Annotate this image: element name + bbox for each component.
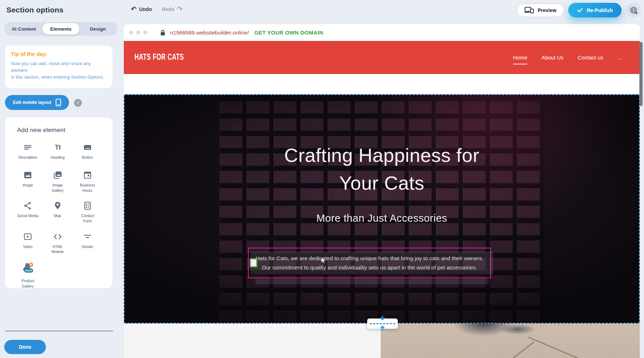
redo-icon: ↷ — [177, 6, 183, 12]
lock-icon — [160, 30, 165, 36]
language-button[interactable] — [626, 2, 641, 18]
tab-elements[interactable]: Elements — [42, 23, 79, 35]
divider-icon — [83, 232, 92, 242]
selected-text-element[interactable]: Hats for Cats, we are dedicated to craft… — [248, 248, 491, 278]
element-product-gallery[interactable]: SHOP Product Gallery — [13, 262, 43, 289]
devices-icon — [524, 7, 534, 14]
drag-handle[interactable] — [250, 258, 257, 267]
tip-title: Tip of the day: — [11, 51, 106, 57]
add-element-title: Add new element — [5, 127, 112, 134]
site-url[interactable]: n1566589.websitebuilder.online/ — [170, 30, 249, 36]
republish-button[interactable]: Re-Publish — [568, 3, 622, 17]
social-media-icon — [23, 201, 32, 211]
edit-mobile-label: Edit mobile layout — [13, 100, 51, 105]
page-title: Section options — [6, 6, 64, 14]
image-icon — [23, 170, 32, 180]
sidebar-divider — [5, 331, 113, 331]
history-controls: ↶ Undo Redo ↷ — [131, 6, 183, 12]
product-gallery-icon: SHOP — [20, 262, 36, 276]
video-icon — [23, 232, 32, 242]
arrow-down-icon — [379, 316, 386, 323]
undo-button[interactable]: ↶ Undo — [131, 6, 152, 12]
info-icon: i — [77, 100, 79, 106]
floor-image — [381, 323, 640, 358]
business-hours-icon — [83, 170, 92, 180]
topbar-actions: Preview Re-Publish — [517, 2, 641, 18]
add-element-panel: Add new element Description Tt Heading — [5, 117, 112, 288]
republish-label: Re-Publish — [587, 7, 613, 13]
element-image-gallery[interactable]: Image Gallery — [43, 170, 73, 193]
element-business-hours[interactable]: Business Hours — [73, 170, 102, 193]
undo-label: Undo — [139, 6, 152, 12]
svg-text:SHOP: SHOP — [25, 269, 32, 272]
website-builder-app: Section options ↶ Undo Redo ↷ Preview — [0, 0, 644, 358]
redo-label: Redo — [162, 6, 174, 12]
nav-more-ellipsis[interactable]: ... — [617, 54, 622, 60]
tab-ai-content[interactable]: AI Content — [5, 23, 42, 35]
contact-form-icon — [83, 201, 92, 211]
browser-dots — [129, 31, 147, 35]
description-icon — [23, 142, 32, 152]
element-contact-form[interactable]: Contact Form — [73, 201, 102, 223]
arrow-up-icon — [379, 324, 386, 332]
element-html-module[interactable]: HTML Module — [43, 232, 73, 254]
element-map[interactable]: Map — [43, 201, 73, 223]
element-button[interactable]: Button — [73, 142, 102, 162]
done-button[interactable]: Done — [4, 340, 46, 354]
element-social-media[interactable]: Social Media — [13, 201, 43, 223]
site-canvas: HATS FOR CATS Home About Us Contact us .… — [124, 41, 640, 358]
info-button[interactable]: i — [74, 99, 82, 107]
tab-design[interactable]: Design — [79, 23, 116, 35]
tip-body: Now you can add, move and resize any ele… — [11, 60, 106, 81]
site-preview-frame: n1566589.websitebuilder.online/ GET YOUR… — [124, 21, 644, 358]
browser-dot — [143, 31, 147, 35]
phone-icon — [56, 99, 61, 106]
textbox-shadow-bar — [255, 279, 489, 284]
element-divider[interactable]: Divider — [73, 232, 102, 254]
mouse-cursor — [321, 257, 326, 265]
site-logo[interactable]: HATS FOR CATS — [134, 52, 184, 62]
redo-button[interactable]: Redo ↷ — [162, 6, 183, 12]
element-image[interactable]: Image — [13, 170, 43, 193]
element-description[interactable]: Description — [13, 142, 43, 162]
browser-chrome-bar: n1566589.websitebuilder.online/ GET YOUR… — [124, 24, 640, 41]
hero-section-selected[interactable]: Crafting Happiness for Your Cats More th… — [124, 94, 640, 323]
hero-vignette — [125, 95, 639, 323]
floor-grout-line — [492, 341, 534, 358]
floor-grout-line — [528, 337, 584, 358]
image-gallery-icon — [53, 170, 63, 180]
element-heading[interactable]: Tt Heading — [43, 142, 73, 162]
nav-about-us[interactable]: About Us — [542, 54, 564, 60]
hero-heading[interactable]: Crafting Happiness for Your Cats — [259, 141, 505, 197]
preview-button[interactable]: Preview — [517, 4, 564, 17]
checkmark-icon — [577, 8, 583, 12]
nav-home[interactable]: Home — [513, 54, 527, 64]
browser-dot — [136, 31, 140, 35]
site-header[interactable]: HATS FOR CATS Home About Us Contact us .… — [124, 41, 640, 74]
preview-label: Preview — [538, 7, 556, 13]
undo-icon: ↶ — [131, 6, 137, 12]
preview-scrollbar[interactable] — [639, 42, 643, 106]
sidebar-tabs: AI Content Elements Design — [4, 22, 117, 36]
section-resize-handle[interactable] — [367, 318, 398, 329]
site-nav: Home About Us Contact us ... — [513, 41, 622, 74]
nav-contact-us[interactable]: Contact us — [578, 54, 603, 60]
add-element-grid: Description Tt Heading Button — [13, 142, 102, 289]
button-icon — [83, 142, 92, 152]
globe-icon — [629, 6, 638, 15]
tip-of-the-day-card: Tip of the day: Now you can add, move an… — [5, 46, 112, 88]
element-video[interactable]: Video — [13, 232, 43, 254]
code-icon — [53, 232, 63, 242]
map-pin-icon — [53, 201, 62, 211]
browser-dot — [129, 31, 133, 35]
hero-body-text[interactable]: Hats for Cats, we are dedicated to craft… — [249, 248, 490, 278]
heading-icon: Tt — [55, 142, 60, 152]
hero-subheading[interactable]: More than Just Accessories — [125, 212, 639, 224]
get-domain-link[interactable]: GET YOUR OWN DOMAIN — [254, 30, 323, 36]
edit-mobile-layout-button[interactable]: Edit mobile layout — [5, 95, 69, 110]
